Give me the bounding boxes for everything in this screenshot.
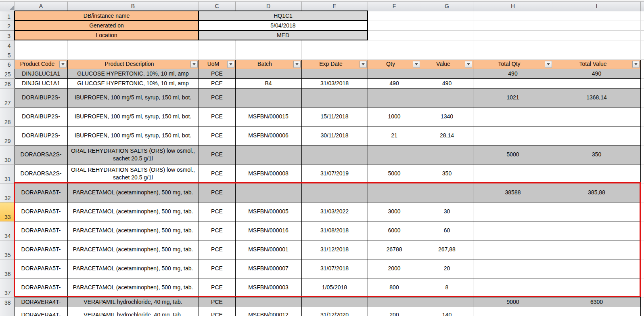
cell-A25[interactable]: DINJGLUC1A1 [15,69,67,78]
cell-D29[interactable]: MSFBN/000006 [235,126,301,145]
cell-H32[interactable]: 38588 [473,183,553,202]
cell-H25[interactable]: 490 [473,69,553,78]
cell-D27[interactable] [235,88,301,107]
cell-beyond-25[interactable] [640,69,644,78]
row-header-36[interactable]: 36 [0,259,15,278]
cell-I36[interactable] [553,259,640,278]
row-header-6[interactable]: 6 [0,59,15,69]
cell-H39[interactable] [473,307,553,316]
cell-D5[interactable] [235,50,301,59]
cell-beyond-32[interactable] [640,183,644,202]
cell-D36[interactable]: MSFBN/000007 [235,259,301,278]
cell-B38[interactable]: VERAPAMIL hydrochloride, 40 mg, tab. [67,297,199,307]
cell-B25[interactable]: GLUCOSE HYPERTONIC, 10%, 10 ml, amp [67,69,199,78]
cell-F33[interactable]: 3000 [368,202,421,221]
cell-C38[interactable]: PCE [199,297,235,307]
cell-G2[interactable] [421,21,473,30]
cell-H2[interactable] [473,21,553,30]
cell-beyond-30[interactable] [640,145,644,164]
cell-F37[interactable]: 800 [368,278,421,297]
cell-A38[interactable]: DORAVERA4T- [15,297,67,307]
cell-beyond-31[interactable] [640,164,644,183]
row-header-38[interactable]: 38 [0,297,15,307]
cell-F32[interactable] [368,183,421,202]
cell-E27[interactable] [301,88,368,107]
cell-beyond-28[interactable] [640,107,644,126]
cell-F38[interactable] [368,297,421,307]
cell-D38[interactable] [235,297,301,307]
cell-D26[interactable]: B4 [235,78,301,88]
cell-C30[interactable]: PCE [199,145,235,164]
row-header-3[interactable]: 3 [0,30,15,40]
row-header-29[interactable]: 29 [0,126,15,145]
cell-I3[interactable] [553,30,640,40]
cell-E38[interactable] [301,297,368,307]
cell-B5[interactable] [67,50,199,59]
cell-B30[interactable]: ORAL REHYDRATION SALTS (ORS) low osmol.,… [67,145,199,164]
cell-C37[interactable]: PCE [199,278,235,297]
row-header-34[interactable]: 34 [0,221,15,240]
cell-H37[interactable] [473,278,553,297]
header-uom[interactable]: UoM [199,59,235,69]
row-header-33[interactable]: 33 [0,202,15,221]
filter-dropdown-button[interactable] [413,61,420,67]
row-header-27[interactable]: 27 [0,88,15,107]
cell-B28[interactable]: IBUPROFEN, 100 mg/5 ml, syrup, 150 ml, b… [67,107,199,126]
cell-G36[interactable]: 20 [421,259,473,278]
cell-G4[interactable] [421,40,473,50]
cell-A31[interactable]: DORAORSA2S- [15,164,67,183]
cell-A39[interactable]: DORAVERA4T- [15,307,67,316]
column-header-partial[interactable] [640,2,644,11]
cell-B39[interactable]: VERAPAMIL hydrochloride, 40 mg, tab. [67,307,199,316]
row-header-28[interactable]: 28 [0,107,15,126]
filter-dropdown-button[interactable] [190,61,198,67]
cell-B34[interactable]: PARACETAMOL (acetaminophen), 500 mg, tab… [67,221,199,240]
row-header-39[interactable]: 39 [0,307,15,316]
cell-A37[interactable]: DORAPARA5T- [15,278,67,297]
cell-beyond-3[interactable] [640,30,644,40]
cell-H3[interactable] [473,30,553,40]
cell-G37[interactable]: 8 [421,278,473,297]
cell-H36[interactable] [473,259,553,278]
cell-C34[interactable]: PCE [199,221,235,240]
cell-D33[interactable]: MSFBN/000005 [235,202,301,221]
info-label-db-instance[interactable]: DB/instance name [15,11,199,21]
cell-C26[interactable]: PCE [199,78,235,88]
cell-C33[interactable]: PCE [199,202,235,221]
cell-beyond-6[interactable] [640,59,644,69]
cell-E37[interactable]: 1/05/2018 [301,278,368,297]
cell-beyond-39[interactable] [640,307,644,316]
cell-G25[interactable] [421,69,473,78]
cell-G38[interactable] [421,297,473,307]
cell-I35[interactable] [553,240,640,259]
row-header-1[interactable]: 1 [0,11,15,21]
cell-D39[interactable]: MSFBN/000012 [235,307,301,316]
cell-H1[interactable] [473,11,553,21]
cell-E35[interactable]: 31/12/2018 [301,240,368,259]
cell-C5[interactable] [199,50,235,59]
cell-G3[interactable] [421,30,473,40]
cell-A30[interactable]: DORAORSA2S- [15,145,67,164]
cell-H33[interactable] [473,202,553,221]
cell-I34[interactable] [553,221,640,240]
row-header-2[interactable]: 2 [0,21,15,30]
cell-G31[interactable]: 350 [421,164,473,183]
info-value-location[interactable]: MED [199,30,368,40]
cell-G39[interactable]: 140 [421,307,473,316]
cell-D30[interactable] [235,145,301,164]
cell-beyond-37[interactable] [640,278,644,297]
cell-H4[interactable] [473,40,553,50]
cell-beyond-34[interactable] [640,221,644,240]
cell-I32[interactable]: 385,88 [553,183,640,202]
cell-D32[interactable] [235,183,301,202]
cell-I2[interactable] [553,21,640,30]
cell-B31[interactable]: ORAL REHYDRATION SALTS (ORS) low osmol.,… [67,164,199,183]
cell-E26[interactable]: 31/03/2018 [301,78,368,88]
cell-B33[interactable]: PARACETAMOL (acetaminophen), 500 mg, tab… [67,202,199,221]
column-header-H[interactable]: H [473,2,553,11]
cell-beyond-35[interactable] [640,240,644,259]
cell-C35[interactable]: PCE [199,240,235,259]
cell-A33[interactable]: DORAPARA5T- [15,202,67,221]
cell-H29[interactable] [473,126,553,145]
cell-beyond-1[interactable] [640,11,644,21]
